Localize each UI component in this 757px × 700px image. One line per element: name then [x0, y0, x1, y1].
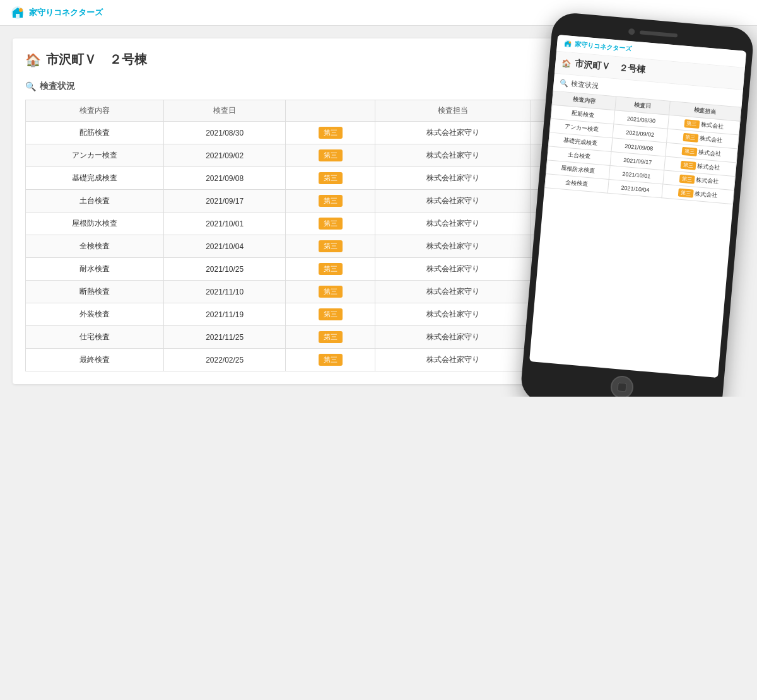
cell-company: 株式会社家守り	[375, 190, 531, 213]
phone-logo-icon	[563, 39, 573, 49]
cell-company: 株式会社家守り	[375, 235, 531, 258]
cell-content: 全検検査	[26, 235, 164, 258]
badge: 第三	[319, 195, 343, 207]
badge: 第三	[319, 172, 343, 184]
phone-camera	[628, 28, 635, 35]
phone-mockup: 家守りコネクターズ 🏠 市沢町Ｖ ２号棟 🔍 検査状況 検査内容	[520, 11, 755, 397]
cell-date: 2021/09/08	[164, 167, 285, 190]
phone-badge: 第三	[678, 189, 693, 198]
badge: 第三	[319, 263, 343, 275]
svg-point-1	[19, 8, 23, 12]
cell-date: 2021/10/04	[164, 235, 285, 258]
cell-content: 屋根防水検査	[26, 213, 164, 235]
cell-company: 株式会社家守り	[375, 258, 531, 281]
cell-content: 外装検査	[26, 303, 164, 326]
cell-company: 株式会社家守り	[375, 281, 531, 303]
cell-date: 2021/08/30	[164, 122, 285, 144]
phone-screen: 家守りコネクターズ 🏠 市沢町Ｖ ２号棟 🔍 検査状況 検査内容	[529, 35, 746, 378]
phone-speaker	[640, 30, 678, 37]
cell-badge: 第三	[285, 326, 375, 349]
cell-company: 株式会社家守り	[375, 213, 531, 235]
phone-mockup-wrapper: 家守りコネクターズ 🏠 市沢町Ｖ ２号棟 🔍 検査状況 検査内容	[536, 20, 738, 397]
badge: 第三	[319, 331, 343, 343]
col-header-date: 検査日	[164, 100, 285, 122]
phone-badge: 第三	[684, 119, 700, 129]
phone-badge: 第三	[679, 175, 695, 184]
cell-company: 株式会社家守り	[375, 349, 531, 371]
badge: 第三	[319, 286, 343, 298]
logo-text: 家守りコネクターズ	[29, 7, 103, 18]
cell-content: 土台検査	[26, 190, 164, 213]
badge: 第三	[319, 218, 343, 230]
search-icon: 🔍	[25, 81, 36, 91]
phone-home-square-icon	[617, 382, 626, 392]
cell-content: アンカー検査	[26, 144, 164, 167]
cell-company: 株式会社家守り	[375, 326, 531, 349]
cell-badge: 第三	[285, 349, 375, 371]
cell-content: 仕宅検査	[26, 326, 164, 349]
cell-date: 2021/09/02	[164, 144, 285, 167]
cell-content: 基礎完成検査	[26, 167, 164, 190]
cell-date: 2021/11/10	[164, 281, 285, 303]
phone-badge: 第三	[681, 147, 697, 156]
cell-badge: 第三	[285, 235, 375, 258]
cell-company: 株式会社家守り	[375, 122, 531, 144]
cell-badge: 第三	[285, 281, 375, 303]
phone-badge: 第三	[680, 161, 696, 170]
badge: 第三	[319, 308, 343, 320]
phone-logo-text: 家守りコネクターズ	[575, 40, 632, 54]
phone-search-icon: 🔍	[560, 79, 569, 88]
cell-date: 2021/09/17	[164, 190, 285, 213]
logo-icon	[10, 5, 25, 20]
phone-inspection-table: 検査内容 検査日 検査担当 配筋検査 2021/08/30 第三 株式会社 アン…	[544, 91, 741, 205]
cell-date: 2022/02/25	[164, 349, 285, 371]
cell-company: 株式会社家守り	[375, 303, 531, 326]
phone-home-button[interactable]	[610, 375, 635, 397]
cell-date: 2021/11/25	[164, 326, 285, 349]
cell-content: 断熱検査	[26, 281, 164, 303]
cell-badge: 第三	[285, 122, 375, 144]
badge: 第三	[319, 127, 343, 139]
phone-house-icon: 🏠	[561, 59, 572, 68]
logo-area: 家守りコネクターズ	[10, 5, 103, 20]
cell-badge: 第三	[285, 303, 375, 326]
cell-company: 株式会社家守り	[375, 144, 531, 167]
badge: 第三	[319, 354, 343, 366]
house-icon: 🏠	[25, 52, 41, 67]
phone-badge: 第三	[683, 133, 698, 143]
badge: 第三	[319, 149, 343, 161]
cell-badge: 第三	[285, 167, 375, 190]
cell-company: 株式会社家守り	[375, 167, 531, 190]
cell-date: 2021/11/19	[164, 303, 285, 326]
col-header-content: 検査内容	[26, 100, 164, 122]
main-area: 🏠 市沢町Ｖ ２号棟 🔍 検査状況 検査内容 検査日 検査担当 検査内 結果	[0, 26, 757, 397]
badge: 第三	[319, 240, 343, 252]
cell-date: 2021/10/25	[164, 258, 285, 281]
col-header-company: 検査担当	[375, 100, 531, 122]
cell-badge: 第三	[285, 144, 375, 167]
cell-date: 2021/10/01	[164, 213, 285, 235]
cell-content: 最終検査	[26, 349, 164, 371]
cell-content: 耐水検査	[26, 258, 164, 281]
cell-badge: 第三	[285, 190, 375, 213]
cell-badge: 第三	[285, 213, 375, 235]
cell-badge: 第三	[285, 258, 375, 281]
col-header-badge	[285, 100, 375, 122]
cell-content: 配筋検査	[26, 122, 164, 144]
